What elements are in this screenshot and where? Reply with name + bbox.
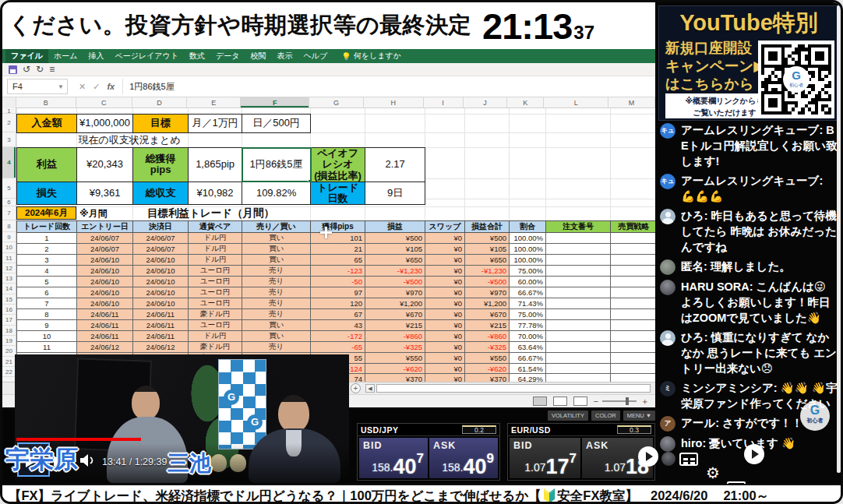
settings-gear-icon[interactable]: ⚙︎HD xyxy=(706,465,843,481)
trade-cell[interactable]: 75.00% xyxy=(510,266,546,277)
row-header[interactable]: 2 xyxy=(2,114,16,132)
sheet-h-scrollbar[interactable]: ◀ xyxy=(365,384,651,393)
trade-cell[interactable] xyxy=(546,298,611,309)
row-header[interactable]: 9 xyxy=(2,232,16,242)
trade-cell[interactable]: 3 xyxy=(17,255,77,266)
trade-cell[interactable]: ¥650 xyxy=(465,255,510,266)
column-header[interactable]: G xyxy=(309,97,364,107)
trade-cell[interactable] xyxy=(546,244,611,255)
trade-column-header[interactable]: 決済日 xyxy=(133,221,189,233)
summary-cell[interactable] xyxy=(311,133,365,148)
trade-cell[interactable]: ¥970 xyxy=(465,287,510,298)
column-header[interactable]: B xyxy=(16,97,76,107)
row-header[interactable]: 8 xyxy=(2,220,16,232)
summary-cell[interactable]: 損失 xyxy=(17,182,77,205)
save-icon[interactable] xyxy=(9,65,17,74)
video-progress-bar[interactable] xyxy=(16,438,141,441)
trade-cell[interactable]: 24/06/12 xyxy=(77,342,133,353)
trade-cell[interactable] xyxy=(611,309,658,320)
trade-cell[interactable]: ¥105 xyxy=(365,244,425,255)
qat-customize-icon[interactable]: ≡ xyxy=(49,65,55,74)
ask-tile[interactable]: ASK158.409 xyxy=(429,438,498,478)
trade-cell[interactable]: 63.64% xyxy=(510,342,546,353)
trade-cell[interactable]: 70.00% xyxy=(510,331,546,342)
trade-cell[interactable] xyxy=(546,364,611,374)
trade-cell[interactable]: ¥0 xyxy=(425,320,465,331)
insert-function-icon[interactable]: fx xyxy=(107,82,115,91)
trade-column-header[interactable]: スワップ xyxy=(425,221,465,233)
trade-cell[interactable]: 24/06/07 xyxy=(77,244,133,255)
trade-cell[interactable]: 24/06/11 xyxy=(77,320,133,331)
trade-cell[interactable]: ¥105 xyxy=(465,244,510,255)
trade-cell[interactable]: 24/06/10 xyxy=(133,266,189,277)
tell-me[interactable]: 💡何をしますか xyxy=(341,51,401,62)
trade-column-header[interactable]: 注文番号 xyxy=(546,221,611,233)
ribbon-tab[interactable]: 表示 xyxy=(272,49,298,63)
volume-icon[interactable] xyxy=(80,454,96,470)
trade-cell[interactable]: ¥0 xyxy=(425,255,465,266)
trade-cell[interactable]: 売り xyxy=(242,287,311,298)
trade-cell[interactable] xyxy=(611,331,658,342)
trade-cell[interactable]: 75.00% xyxy=(510,309,546,320)
trade-cell[interactable]: ¥550 xyxy=(365,353,425,364)
trade-cell[interactable]: ¥0 xyxy=(425,353,465,364)
trade-cell[interactable]: ¥500 xyxy=(365,233,425,244)
trade-cell[interactable]: 24/06/11 xyxy=(77,309,133,320)
trade-cell[interactable]: 1 xyxy=(17,233,77,244)
trade-cell[interactable] xyxy=(546,353,611,364)
trade-cell[interactable] xyxy=(611,266,658,277)
summary-cell[interactable]: 1,865pip xyxy=(189,148,242,182)
row-header[interactable]: 20 xyxy=(2,346,16,356)
trade-cell[interactable]: ユーロ円 xyxy=(189,277,242,287)
trade-cell[interactable]: ドル円 xyxy=(189,255,242,266)
summary-cell[interactable]: トレード 日数 xyxy=(311,182,365,205)
summary-cell[interactable]: 現在の収支状況まとめ xyxy=(17,133,242,148)
trade-cell[interactable]: ¥215 xyxy=(365,320,425,331)
column-header[interactable]: C xyxy=(76,97,132,107)
trade-cell[interactable]: -172 xyxy=(311,331,365,342)
trade-cell[interactable]: ¥0 xyxy=(425,287,465,298)
row-header[interactable]: 22 xyxy=(2,367,16,377)
trade-cell[interactable]: ¥670 xyxy=(465,309,510,320)
row-header[interactable]: 7 xyxy=(2,206,16,220)
month-label-cell[interactable]: 2024年6月 xyxy=(16,206,76,220)
summary-cell[interactable]: 1円86銭5厘 xyxy=(242,148,311,182)
trade-column-header[interactable]: 通貨ペア xyxy=(189,221,242,233)
trade-column-header[interactable]: 売買戦略 xyxy=(611,221,658,233)
trade-cell[interactable] xyxy=(546,320,611,331)
trade-cell[interactable]: ¥1,200 xyxy=(465,298,510,309)
trade-cell[interactable]: 24/06/10 xyxy=(77,298,133,309)
trade-cell[interactable]: ¥0 xyxy=(425,266,465,277)
trade-cell[interactable]: 8 xyxy=(17,309,77,320)
ribbon-tab[interactable]: ヘルプ xyxy=(298,49,333,63)
trade-cell[interactable] xyxy=(546,287,611,298)
trade-cell[interactable]: 21 xyxy=(311,244,365,255)
trade-cell[interactable]: 売り xyxy=(242,266,311,277)
bid-tile[interactable]: BID1.07177 xyxy=(510,438,580,478)
trade-cell[interactable]: 24/06/10 xyxy=(133,277,189,287)
trade-cell[interactable]: 66.67% xyxy=(510,353,546,364)
trade-cell[interactable]: ユーロ円 xyxy=(189,266,242,277)
trade-cell[interactable] xyxy=(546,309,611,320)
trade-cell[interactable]: 24/06/10 xyxy=(133,255,189,266)
summary-cell[interactable]: 利益 xyxy=(17,148,77,182)
page-layout-view-icon[interactable] xyxy=(553,397,567,406)
trade-cell[interactable]: 2 xyxy=(17,244,77,255)
trade-cell[interactable]: ¥215 xyxy=(465,320,510,331)
trade-cell[interactable]: 6 xyxy=(17,287,77,298)
trade-cell[interactable]: ¥0 xyxy=(425,298,465,309)
column-header[interactable]: D xyxy=(132,97,188,107)
campaign-banner[interactable]: YouTube特別 新規口座開設キャンペーン▶はこちらから ※概要欄リンクからも… xyxy=(658,5,839,121)
trade-cell[interactable]: -¥860 xyxy=(365,331,425,342)
summary-cell[interactable]: ¥20,343 xyxy=(77,148,133,182)
trade-cell[interactable]: 65 xyxy=(311,255,365,266)
trade-cell[interactable]: 61.54% xyxy=(510,364,546,374)
trade-cell[interactable]: ¥0 xyxy=(425,364,465,374)
normal-view-icon[interactable] xyxy=(533,397,547,406)
formula-input[interactable]: 1円86銭5厘 xyxy=(122,79,655,94)
row-header[interactable]: 6 xyxy=(2,199,16,206)
ribbon-tab[interactable]: ホーム xyxy=(48,49,83,63)
trade-cell[interactable]: ¥500 xyxy=(465,233,510,244)
trade-column-header[interactable]: 損益 xyxy=(365,221,425,233)
trade-cell[interactable]: -65 xyxy=(311,342,365,353)
